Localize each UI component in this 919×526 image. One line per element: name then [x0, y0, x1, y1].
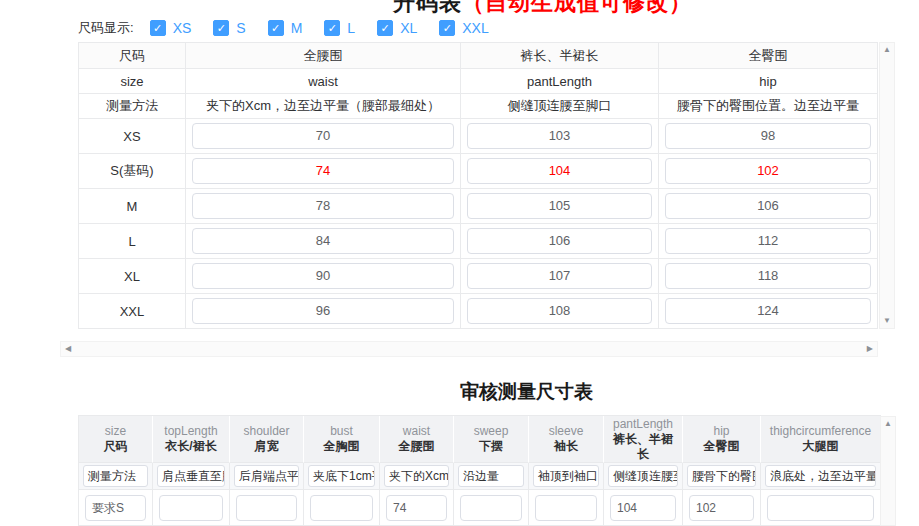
checkbox-checked-icon[interactable]: ✓: [439, 20, 455, 36]
size-checkbox-xl[interactable]: ✓ XL: [377, 20, 417, 36]
waist-input[interactable]: 90: [192, 263, 454, 289]
col-header-pantlength: pantLength 裤长、半裙长: [604, 416, 683, 463]
col-cn: 大腿围: [803, 439, 839, 454]
pantlength-input[interactable]: 105: [467, 193, 652, 219]
method-input[interactable]: 腰骨下的臀围位置。边至边平量: [687, 465, 756, 487]
bust-input[interactable]: [310, 495, 373, 521]
checkbox-checked-icon[interactable]: ✓: [377, 20, 393, 36]
col-cn: 尺码: [104, 439, 128, 454]
sleeve-input[interactable]: [535, 495, 597, 521]
hip-input[interactable]: 124: [665, 298, 871, 324]
size-checkbox-xxl[interactable]: ✓ XXL: [439, 20, 488, 36]
col-en: topLength: [164, 424, 217, 439]
method-input[interactable]: 夹下的Xcm，边至边平量: [384, 465, 449, 487]
checkbox-checked-icon[interactable]: ✓: [268, 20, 284, 36]
waist-input[interactable]: 74: [386, 495, 447, 521]
pantlength-input[interactable]: 103: [467, 123, 652, 149]
hip-input[interactable]: 106: [665, 193, 871, 219]
table-row-l: L 84 106 112: [79, 224, 878, 259]
hip-input[interactable]: 118: [665, 263, 871, 289]
method-waist: 夹下的Xcm，边至边平量（腰部最细处）: [186, 94, 461, 119]
checkbox-label[interactable]: S: [236, 20, 245, 36]
pantlength-input[interactable]: 104: [467, 158, 652, 184]
col-cn: 全臀围: [704, 439, 740, 454]
size-checkbox-l[interactable]: ✓ L: [324, 20, 355, 36]
checkbox-label[interactable]: L: [347, 20, 355, 36]
scroll-up-icon[interactable]: ▲: [883, 46, 891, 54]
col-cn: 裤长、半裙长: [608, 432, 678, 462]
scroll-down-icon[interactable]: ▼: [883, 317, 891, 325]
header-row-methods: 测量方法 夹下的Xcm，边至边平量（腰部最细处） 侧缝顶连腰至脚口 腰骨下的臀围…: [79, 94, 878, 119]
scroll-right-icon[interactable]: ▶: [867, 345, 873, 353]
waist-input[interactable]: 96: [192, 298, 454, 324]
method-input[interactable]: 侧缝顶连腰至脚口: [608, 465, 678, 487]
col-en: pantLength: [613, 417, 673, 432]
waist-input[interactable]: 70: [192, 123, 454, 149]
page: 升码表（自动生成值可修改） 尺码显示: ✓ XS ✓ S ✓ M ✓ L ✓: [0, 0, 919, 526]
checkbox-checked-icon[interactable]: ✓: [324, 20, 340, 36]
toplength-input[interactable]: [159, 495, 223, 521]
table-row-s-base: S(基码) 74 104 102: [79, 154, 878, 189]
audit-method-row: 测量方法 肩点垂直至脚边 后肩端点平量 夹底下1cm平量 夹下的Xcm，边至边平…: [79, 463, 881, 490]
col-header-hip: 全臀围: [659, 43, 878, 69]
horizontal-scrollbar[interactable]: ◀ ▶: [60, 341, 878, 357]
col-en: sleeve: [549, 424, 584, 439]
pantlength-input[interactable]: 104: [610, 495, 676, 521]
pantlength-input[interactable]: 106: [467, 228, 652, 254]
header-row-names: 尺码 全腰围 裤长、半裙长 全臀围: [79, 43, 878, 69]
size-checkbox-xs[interactable]: ✓ XS: [150, 20, 192, 36]
checkbox-label[interactable]: M: [291, 20, 303, 36]
page-title: 升码表（自动生成值可修改）: [393, 0, 692, 18]
method-input[interactable]: 浪底处，边至边平量: [765, 465, 876, 487]
col-key-pantlength: pantLength: [461, 69, 659, 94]
vertical-scrollbar[interactable]: ▲ ▼: [879, 42, 895, 329]
hip-input[interactable]: 102: [665, 158, 871, 184]
col-cn: 肩宽: [255, 439, 279, 454]
sweep-input[interactable]: [460, 495, 522, 521]
method-input[interactable]: 沿边量: [458, 465, 524, 487]
thigh-input[interactable]: [767, 495, 874, 521]
size-checkbox-m[interactable]: ✓ M: [268, 20, 303, 36]
checkbox-label[interactable]: XXL: [462, 20, 488, 36]
size-display-controls: 尺码显示: ✓ XS ✓ S ✓ M ✓ L ✓ XL ✓: [78, 17, 489, 39]
waist-input[interactable]: 84: [192, 228, 454, 254]
size-checkbox-s[interactable]: ✓ S: [213, 20, 245, 36]
checkbox-label[interactable]: XS: [173, 20, 192, 36]
checkbox-checked-icon[interactable]: ✓: [150, 20, 166, 36]
method-input[interactable]: 夹底下1cm平量: [308, 465, 375, 487]
audit-table: size 尺码 topLength 衣长/裙长 shoulder 肩宽 bust…: [78, 415, 881, 526]
col-en: sweep: [474, 424, 509, 439]
header-row-keys: size waist pantLength hip: [79, 69, 878, 94]
method-input[interactable]: 袖顶到袖口直量: [533, 465, 599, 487]
col-en: waist: [403, 424, 430, 439]
hip-input[interactable]: 98: [665, 123, 871, 149]
shoulder-input[interactable]: [236, 495, 297, 521]
checkbox-label[interactable]: XL: [400, 20, 417, 36]
hip-input[interactable]: 102: [689, 495, 754, 521]
col-key-hip: hip: [659, 69, 878, 94]
col-header-shoulder: shoulder 肩宽: [230, 416, 304, 463]
col-cn: 全腰围: [399, 439, 435, 454]
checkbox-checked-icon[interactable]: ✓: [213, 20, 229, 36]
hip-input[interactable]: 112: [665, 228, 871, 254]
waist-input[interactable]: 74: [192, 158, 454, 184]
method-input[interactable]: 后肩端点平量: [234, 465, 299, 487]
scroll-up-icon[interactable]: ▲: [884, 420, 892, 428]
col-en: thighcircumference: [770, 424, 871, 439]
col-cn: 全胸围: [324, 439, 360, 454]
vertical-scrollbar[interactable]: ▲ ▼: [880, 416, 896, 526]
col-header-sleeve: sleeve 袖长: [529, 416, 604, 463]
waist-input[interactable]: 78: [192, 193, 454, 219]
pantlength-input[interactable]: 108: [467, 298, 652, 324]
col-header-pantlength: 裤长、半裙长: [461, 43, 659, 69]
row-label: XXL: [79, 294, 186, 329]
method-input[interactable]: 肩点垂直至脚边: [157, 465, 225, 487]
requirement-label-input[interactable]: 要求S: [85, 495, 146, 521]
pantlength-input[interactable]: 107: [467, 263, 652, 289]
table-row-xl: XL 90 107 118: [79, 259, 878, 294]
col-header-bust: bust 全胸围: [304, 416, 380, 463]
page-title-note: （自动生成值可修改）: [462, 0, 692, 15]
method-row-label[interactable]: 测量方法: [83, 465, 148, 487]
scroll-left-icon[interactable]: ◀: [65, 345, 71, 353]
col-header-size: size 尺码: [79, 416, 153, 463]
